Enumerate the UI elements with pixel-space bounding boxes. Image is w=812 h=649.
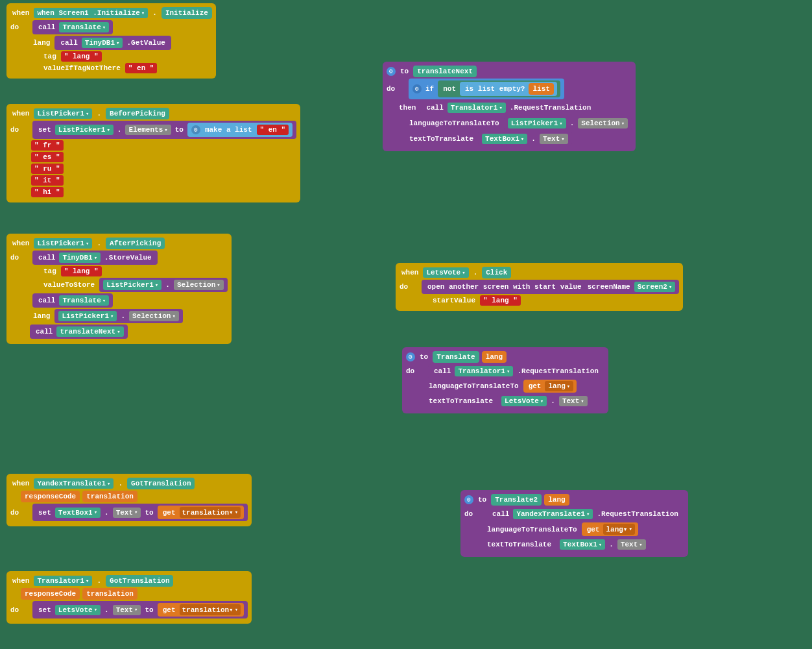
storevalue-label: .StoreValue: [102, 253, 154, 262]
letsvote-dd2[interactable]: LetsVote: [501, 396, 547, 406]
responsecode1-block: responseCode: [21, 491, 80, 502]
dot13: .: [95, 576, 103, 585]
listpicker1-dd6[interactable]: ListPicker1: [508, 118, 566, 129]
dot14: .: [102, 606, 111, 615]
tinydb-dd2[interactable]: TinyDB1: [59, 252, 101, 263]
texttotranslate2-label: textToTranslate: [427, 397, 495, 406]
text-dd2[interactable]: Text: [559, 396, 588, 406]
text-dd1[interactable]: Text: [540, 134, 568, 144]
translate-dd2[interactable]: Translate: [59, 295, 109, 306]
screen1-dropdown[interactable]: when Screen1 .Initialize: [34, 8, 148, 18]
block-listpicker1-beforepicking: when ListPicker1 . BeforePicking do set …: [6, 104, 300, 202]
gear-icon: ⚙: [191, 125, 200, 134]
call5-label: call: [34, 327, 54, 336]
translator1-dd3[interactable]: Translator1: [34, 576, 92, 586]
block-translate-lang: ⚙ to Translate lang do call Translator1 …: [402, 347, 608, 413]
translatenext-block: translateNext: [413, 66, 477, 77]
listpicker1-dd1[interactable]: ListPicker1: [34, 108, 92, 119]
texttotranslate3-label: textToTranslate: [485, 540, 553, 549]
yandex-dd[interactable]: YandexTranslate1: [34, 478, 113, 489]
beforepicking-block: BeforePicking: [106, 108, 169, 119]
translation2-get-dd[interactable]: translation▾: [180, 604, 241, 615]
lang-get-dd[interactable]: lang: [545, 381, 573, 391]
translatenext-dd[interactable]: translateNext: [56, 326, 123, 337]
letsvote-dd[interactable]: LetsVote: [423, 267, 468, 278]
block-translate2-lang: ⚙ to Translate2 lang do call YandexTrans…: [460, 490, 688, 557]
startvalue-label: startValue: [431, 296, 477, 305]
call2-label: call: [58, 38, 79, 47]
listpicker1-dd3[interactable]: ListPicker1: [34, 238, 92, 249]
langtotranslate3-label: languageToTranslateTo: [485, 525, 579, 534]
get2-label: get: [161, 508, 178, 517]
en-item: " en ": [257, 125, 289, 135]
fr-item: " fr ": [31, 140, 64, 151]
screen2-dd[interactable]: Screen2: [634, 282, 676, 292]
dot1: .: [150, 8, 159, 18]
gottranslation1-block: GotTranslation: [127, 478, 195, 489]
call7-label: call: [432, 367, 453, 376]
block-translator1-gottranslation: when Translator1 . GotTranslation respon…: [6, 571, 252, 624]
elements-dd[interactable]: Elements: [125, 125, 171, 135]
requesttranslation-label: .RequestTranslation: [508, 103, 593, 112]
block-translatenext: ⚙ to translateNext do ⚙ if not is list e…: [383, 62, 636, 151]
text-dd5[interactable]: Text: [617, 539, 646, 550]
translator1-dd1[interactable]: Translator1: [448, 103, 506, 113]
when-label7: when: [10, 479, 31, 488]
lang2-get-dd[interactable]: lang▾: [603, 524, 634, 535]
when-label5: when: [400, 268, 420, 277]
selection-dd2[interactable]: Selection: [129, 311, 179, 321]
letsvote-dd3[interactable]: LetsVote: [55, 605, 101, 615]
screenname-label: screenName: [586, 282, 632, 291]
translator1-dd2[interactable]: Translator1: [455, 366, 513, 376]
to-label: to: [173, 125, 185, 134]
lang3-label: lang: [31, 312, 52, 321]
to3-label: to: [143, 606, 155, 615]
requesttranslation3-label: .RequestTranslation: [595, 509, 680, 519]
islistempty-label: is list empty?: [463, 84, 527, 93]
block-screen1-initialize: when when Screen1 .Initialize . Initiali…: [6, 3, 216, 79]
call4-label: call: [36, 296, 57, 305]
dot11: .: [116, 479, 125, 488]
selection-dd1[interactable]: Selection: [174, 280, 224, 290]
block-listpicker1-afterpicking: when ListPicker1 . AfterPicking do call …: [6, 234, 232, 344]
set-label: set: [36, 125, 53, 134]
translation2-block: translation: [82, 588, 137, 600]
textbox1-dd1[interactable]: TextBox1: [482, 134, 527, 144]
get3-label: get: [161, 606, 178, 615]
en-string: " en ": [125, 63, 158, 73]
when-label: when: [10, 8, 31, 18]
text-dd4[interactable]: Text: [113, 605, 141, 615]
do-label3: do: [10, 254, 30, 262]
listpicker1-dd2[interactable]: ListPicker1: [55, 125, 113, 135]
make-list-label: make a list: [203, 125, 254, 134]
yandex-dd2[interactable]: YandexTranslate1: [513, 509, 593, 519]
gear-icon3: ⚙: [412, 84, 422, 93]
when-label2: when: [10, 109, 31, 118]
gear-icon5: ⚙: [464, 495, 473, 504]
do-label9: do: [464, 510, 484, 518]
translate3-block: Translate2: [491, 494, 542, 506]
call-label: call: [36, 23, 57, 32]
dot9: .: [472, 268, 480, 277]
block-yandex-gottranslation: when YandexTranslate1 . GotTranslation r…: [6, 474, 252, 526]
listpicker1-dd5[interactable]: ListPicker1: [58, 311, 117, 321]
es-item: " es ": [31, 152, 64, 162]
textbox1-dd3[interactable]: TextBox1: [560, 539, 605, 550]
translate-dd[interactable]: Translate: [59, 22, 109, 32]
listpicker1-dd4[interactable]: ListPicker1: [103, 280, 161, 290]
lang-param2-block: lang: [544, 494, 569, 506]
call3-label: call: [36, 253, 57, 262]
open-label: open another screen with start value: [425, 282, 584, 291]
valueiftagnothere-label: valueIfTagNotThere: [42, 64, 123, 73]
tinydb-dd[interactable]: TinyDB1: [82, 38, 123, 48]
dot6: .: [119, 312, 127, 321]
translation-get-dd[interactable]: translation▾: [180, 507, 241, 518]
translation1-block: translation: [82, 491, 137, 502]
do-label8: do: [10, 606, 30, 614]
selection-dd3[interactable]: Selection: [578, 118, 628, 129]
do-label6: do: [406, 367, 425, 375]
text-dd3[interactable]: Text: [113, 508, 141, 518]
textbox1-dd2[interactable]: TextBox1: [55, 508, 101, 518]
to2-label: to: [143, 508, 155, 517]
do-label7: do: [10, 509, 30, 517]
